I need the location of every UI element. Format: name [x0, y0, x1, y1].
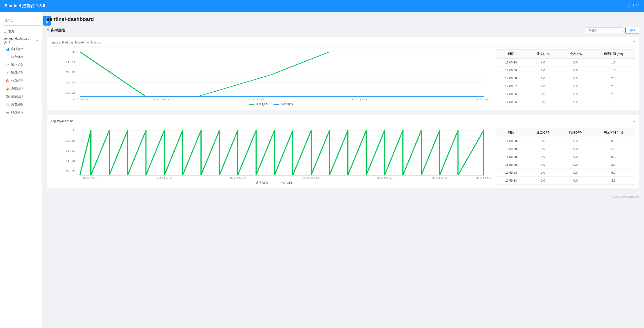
- machines-icon: ☰: [6, 110, 9, 114]
- svg-text:0.2: 0.2: [65, 170, 76, 173]
- chart-area-1: 1 0.8 0.6 0.4 0.2: [50, 49, 491, 106]
- th-pass-2: 通过 QPS: [526, 128, 560, 137]
- svg-text:0.8: 0.8: [65, 140, 76, 142]
- chart-svg-2: 1 0.8 0.6 0.4 0.2 16:57: [50, 128, 491, 179]
- legend-green-line-2: [249, 183, 254, 183]
- legend-reject-1: 拒绝 QPS: [274, 102, 293, 106]
- legend-blue-line-1: [274, 104, 279, 105]
- table-cell: 1.0: [592, 66, 636, 74]
- th-time-2: 时间: [496, 128, 526, 137]
- svg-text:0.6: 0.6: [65, 71, 76, 74]
- sidebar-item-degrade[interactable]: ⚡ 降级规则: [0, 69, 42, 77]
- table-cell: 0.0: [560, 169, 592, 177]
- legend-blue-line-2: [274, 183, 279, 183]
- legend-reject-2: 拒绝 QPS: [274, 181, 293, 185]
- monitor-card-1-body: 1 0.8 0.6 0.4 0.2: [50, 49, 636, 106]
- table-cell: 1.0: [592, 98, 636, 106]
- table-cell: 0.0: [560, 66, 592, 74]
- table-cell: 1.0: [526, 90, 560, 98]
- sidebar-item-machines[interactable]: ☰ 机器列表: [0, 108, 42, 116]
- section-header: ≡ 实时监控 升级: [46, 27, 639, 33]
- app-item[interactable]: sentinel-dashboard (1/1) ▾: [0, 35, 42, 45]
- auth-icon: ✅: [6, 95, 9, 98]
- home-label: 首页: [8, 29, 14, 33]
- upgrade-button[interactable]: 升级: [625, 27, 639, 33]
- table-cell: 1.0: [526, 169, 560, 177]
- cluster-icon: ☁️: [6, 103, 9, 106]
- table-row: 17:00:101.00.01.0: [496, 59, 636, 66]
- nav-label-cluster: 集群流控: [11, 102, 23, 107]
- sidebar-item-cluster[interactable]: ☁️ 集群流控: [0, 100, 42, 108]
- chart-legend-2: 通过 QPS 拒绝 QPS: [50, 181, 491, 185]
- svg-text:16:57: 16:57: [156, 176, 172, 179]
- table-row: 16:59:281.00.05.0: [496, 169, 636, 177]
- chart-area-2: 1 0.8 0.6 0.4 0.2 16:57: [50, 128, 491, 185]
- table-cell: 1.0: [526, 66, 560, 74]
- monitor-card-2-body: 1 0.8 0.6 0.4 0.2 16:57: [50, 128, 636, 185]
- section-controls: 升级: [586, 27, 639, 33]
- table-cell: 16:59:48: [496, 153, 526, 161]
- table-area-2: 时间 通过 QPS 拒绝QPS 响应时间 (ms) 17:00:081.00.0…: [496, 128, 636, 185]
- degrade-icon: ⚡: [6, 71, 9, 75]
- table-cell: 17:00:08: [496, 137, 526, 145]
- monitor-card-2-menu-icon[interactable]: ≡: [633, 119, 636, 123]
- table-cell: 0.0: [592, 137, 636, 145]
- svg-text:0.4: 0.4: [65, 81, 76, 84]
- table-cell: 17:00:07: [496, 82, 526, 90]
- chevron-down-icon: ▾: [36, 39, 38, 42]
- table-row: 17:00:081.00.00.0: [496, 137, 636, 145]
- th-reject-1: 拒绝QPS: [560, 49, 592, 59]
- table-cell: 1.0: [526, 82, 560, 90]
- footer-text: © 2024 @WangYouWei: [46, 193, 639, 200]
- table-header-row-1: 时间 通过 QPS 拒绝QPS 响应时间 (ms): [496, 49, 636, 59]
- flow-icon: ▽: [6, 63, 9, 67]
- legend-pass-label-1: 通过 QPS: [256, 102, 268, 106]
- svg-text:17:00: 17:00: [351, 98, 367, 100]
- th-response-2: 响应时间 (ms): [592, 128, 636, 137]
- table-cell: 0.0: [560, 90, 592, 98]
- nav-label-system: 系统规则: [11, 86, 23, 91]
- table-header-row-2: 时间 通过 QPS 拒绝QPS 响应时间 (ms): [496, 128, 636, 137]
- logout-button[interactable]: ⏻ 注销: [628, 4, 639, 8]
- legend-green-line-1: [249, 104, 254, 105]
- table-row: 16:59:581.00.02.0: [496, 145, 636, 153]
- table-cell: 1.0: [526, 161, 560, 169]
- sidebar-item-chain[interactable]: ☰ 簇点链路: [0, 53, 42, 61]
- table-row: 16:59:381.00.02.0: [496, 161, 636, 169]
- table-row: 17:00:081.00.02.0: [496, 74, 636, 82]
- svg-text:17:00: 17:00: [152, 98, 169, 100]
- sidebar-home[interactable]: ⊙ 首页: [0, 27, 42, 35]
- table-cell: 17:00:06: [496, 90, 526, 98]
- keyword-input[interactable]: [586, 27, 623, 33]
- nav-label-flow: 流控规则: [11, 63, 23, 67]
- legend-pass-label-2: 通过 QPS: [256, 181, 268, 185]
- table-cell: 2.0: [592, 145, 636, 153]
- table-cell: 2.0: [592, 90, 636, 98]
- svg-text:0.8: 0.8: [65, 61, 76, 64]
- legend-reject-label-2: 拒绝 QPS: [280, 181, 293, 185]
- sidebar-item-auth[interactable]: ✅ 授权规则: [0, 93, 42, 100]
- legend-pass-2: 通过 QPS: [249, 181, 268, 185]
- nav-label-degrade: 降级规则: [11, 71, 23, 75]
- sidebar-item-system[interactable]: 🔒 系统规则: [0, 85, 42, 93]
- table-cell: 0.0: [560, 145, 592, 153]
- sidebar-item-hotspot[interactable]: 🔥 热点规则: [0, 77, 42, 85]
- section-title-icon: ≡: [46, 28, 49, 33]
- table-row: 17:00:051.00.01.0: [496, 98, 636, 106]
- table-area-1: 时间 通过 QPS 拒绝QPS 响应时间 (ms) 17:00:101.00.0…: [496, 49, 636, 106]
- table-row: 16:59:481.00.00.0: [496, 153, 636, 161]
- svg-text:16:59: 16:59: [432, 176, 448, 179]
- chain-icon: ☰: [6, 55, 9, 59]
- table-cell: 16:59:28: [496, 169, 526, 177]
- table-cell: 0.0: [592, 153, 636, 161]
- svg-text:16:57: 16:57: [83, 176, 99, 179]
- search-input[interactable]: [3, 16, 42, 25]
- monitor-card-1-menu-icon[interactable]: ≡: [633, 40, 636, 44]
- table-cell: 0.0: [560, 98, 592, 106]
- sidebar-item-realtime[interactable]: 📊 实时监控: [0, 45, 42, 53]
- sidebar-item-flow[interactable]: ▽ 流控规则: [0, 61, 42, 69]
- table-cell: 2.0: [592, 161, 636, 169]
- monitor-card-1-header: /app/sentinel-dashboard/machines.json ≡: [50, 40, 636, 46]
- table-row: 17:00:061.00.02.0: [496, 90, 636, 98]
- table-cell: 0.0: [560, 82, 592, 90]
